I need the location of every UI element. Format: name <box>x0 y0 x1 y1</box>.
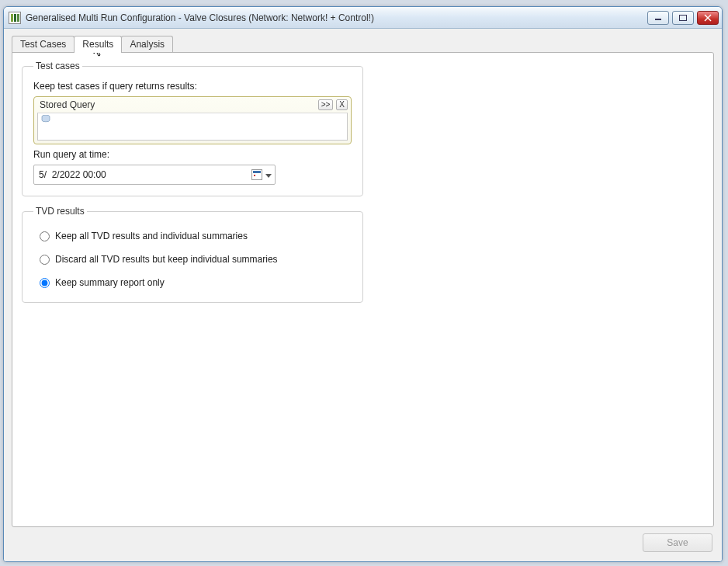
group-tvd-legend: TVD results <box>33 206 87 217</box>
bottom-bar: Save <box>12 527 714 554</box>
radio-discard-input[interactable] <box>40 255 50 265</box>
group-tvd-results: TVD results Keep all TVD results and ind… <box>22 206 363 303</box>
client-area: Test Cases Results Analysis Test cases K… <box>4 29 722 561</box>
app-icon <box>9 12 21 24</box>
stored-query-clear-button[interactable]: X <box>336 99 348 110</box>
keep-test-cases-label: Keep test cases if query returns results… <box>33 81 352 92</box>
titlebar[interactable]: Generalised Multi Run Configuration - Va… <box>4 7 722 29</box>
chevron-down-icon[interactable] <box>265 169 272 180</box>
tab-test-cases[interactable]: Test Cases <box>12 36 75 53</box>
run-query-datetime-input[interactable] <box>39 169 251 180</box>
tab-results[interactable]: Results <box>74 36 122 53</box>
radio-keep-all-input[interactable] <box>40 231 50 241</box>
stored-query-input[interactable] <box>37 113 348 141</box>
run-query-datetime-picker[interactable] <box>33 165 276 185</box>
tab-bar: Test Cases Results Analysis <box>12 35 714 52</box>
svg-rect-0 <box>655 19 661 20</box>
radio-keep-all-label: Keep all TVD results and individual summ… <box>55 231 248 241</box>
save-button[interactable]: Save <box>643 533 712 552</box>
stored-query-title: Stored Query <box>40 99 95 110</box>
stored-query-box: Stored Query >> X <box>33 96 352 144</box>
radio-summary-only-input[interactable] <box>40 278 50 288</box>
minimize-button[interactable] <box>647 11 669 25</box>
group-test-cases: Test cases Keep test cases if query retu… <box>22 61 363 196</box>
dialog-window: Generalised Multi Run Configuration - Va… <box>3 6 723 562</box>
radio-discard[interactable]: Discard all TVD results but keep individ… <box>40 254 352 265</box>
group-test-cases-legend: Test cases <box>33 61 82 71</box>
calendar-icon <box>251 169 262 180</box>
stored-query-expand-button[interactable]: >> <box>318 99 334 110</box>
radio-summary-only[interactable]: Keep summary report only <box>40 277 352 288</box>
svg-rect-1 <box>680 15 687 20</box>
radio-keep-all[interactable]: Keep all TVD results and individual summ… <box>40 231 352 241</box>
window-title: Generalised Multi Run Configuration - Va… <box>26 12 374 23</box>
maximize-button[interactable] <box>672 11 694 25</box>
radio-discard-label: Discard all TVD results but keep individ… <box>55 254 278 265</box>
tab-analysis[interactable]: Analysis <box>121 36 173 53</box>
radio-summary-only-label: Keep summary report only <box>55 277 165 288</box>
database-icon <box>41 115 50 123</box>
close-button[interactable] <box>697 11 719 25</box>
tab-panel-results: Test cases Keep test cases if query retu… <box>12 52 714 527</box>
run-query-time-label: Run query at time: <box>33 149 352 160</box>
